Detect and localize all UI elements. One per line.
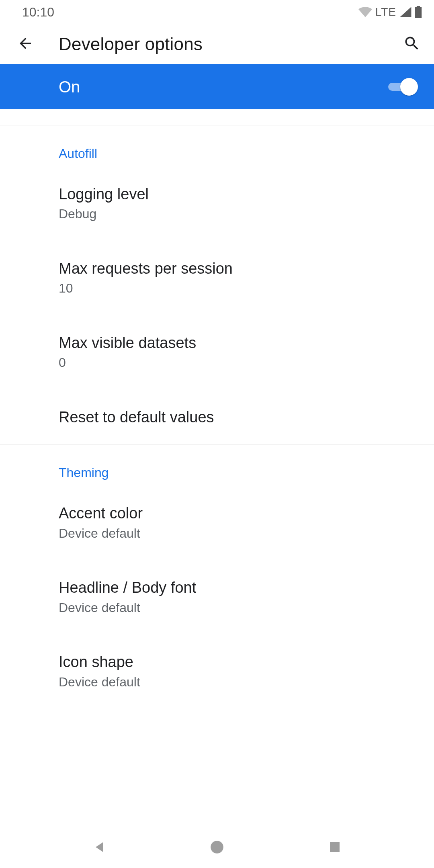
battery-icon <box>415 6 422 18</box>
back-button[interactable] <box>15 34 35 54</box>
pref-title: Max visible datasets <box>59 333 418 353</box>
status-bar: 10:10 LTE <box>0 0 434 24</box>
pref-max-requests[interactable]: Max requests per session 10 <box>59 240 434 314</box>
arrow-back-icon <box>17 35 34 53</box>
master-toggle-row[interactable]: On <box>0 64 434 109</box>
pref-icon-shape[interactable]: Icon shape Device default <box>59 633 434 707</box>
pref-summary: Device default <box>59 600 418 616</box>
pref-title: Accent color <box>59 504 418 523</box>
pref-title: Logging level <box>59 184 418 204</box>
switch-thumb <box>400 78 418 96</box>
master-toggle-label: On <box>59 78 80 96</box>
svg-rect-1 <box>330 842 340 852</box>
pref-title: Reset to default values <box>59 407 418 427</box>
cell-signal-icon <box>399 7 411 17</box>
pref-reset-defaults[interactable]: Reset to default values <box>59 388 434 444</box>
pref-summary: Device default <box>59 674 418 691</box>
status-network-label: LTE <box>375 6 396 18</box>
app-bar: Developer options <box>0 24 434 64</box>
master-toggle-switch[interactable] <box>386 77 418 96</box>
circle-home-icon <box>209 839 225 856</box>
svg-point-0 <box>211 841 223 854</box>
pref-max-visible-datasets[interactable]: Max visible datasets 0 <box>59 314 434 388</box>
nav-recents-button[interactable] <box>323 836 347 860</box>
pref-summary: 10 <box>59 280 418 297</box>
search-button[interactable] <box>402 34 422 54</box>
pref-summary: Device default <box>59 525 418 542</box>
pref-title: Headline / Body font <box>59 578 418 598</box>
section-gap <box>0 109 434 125</box>
navigation-bar <box>0 828 434 868</box>
section-header-autofill: Autofill <box>59 125 434 165</box>
page-title: Developer options <box>59 34 203 54</box>
pref-logging-level[interactable]: Logging level Debug <box>59 165 434 240</box>
triangle-back-icon <box>92 840 106 856</box>
wifi-icon <box>358 7 372 17</box>
pref-summary: 0 <box>59 354 418 371</box>
pref-summary: Debug <box>59 206 418 223</box>
square-recents-icon <box>328 841 341 855</box>
pref-accent-color[interactable]: Accent color Device default <box>59 484 434 559</box>
status-right: LTE <box>358 6 422 18</box>
pref-title: Icon shape <box>59 652 418 672</box>
search-icon <box>403 35 421 54</box>
section-header-theming: Theming <box>59 444 434 484</box>
nav-back-button[interactable] <box>87 836 111 860</box>
pref-title: Max requests per session <box>59 259 418 278</box>
pref-headline-body-font[interactable]: Headline / Body font Device default <box>59 559 434 633</box>
status-time: 10:10 <box>22 5 54 20</box>
section-autofill: Autofill Logging level Debug Max request… <box>0 125 434 707</box>
nav-home-button[interactable] <box>205 836 229 860</box>
